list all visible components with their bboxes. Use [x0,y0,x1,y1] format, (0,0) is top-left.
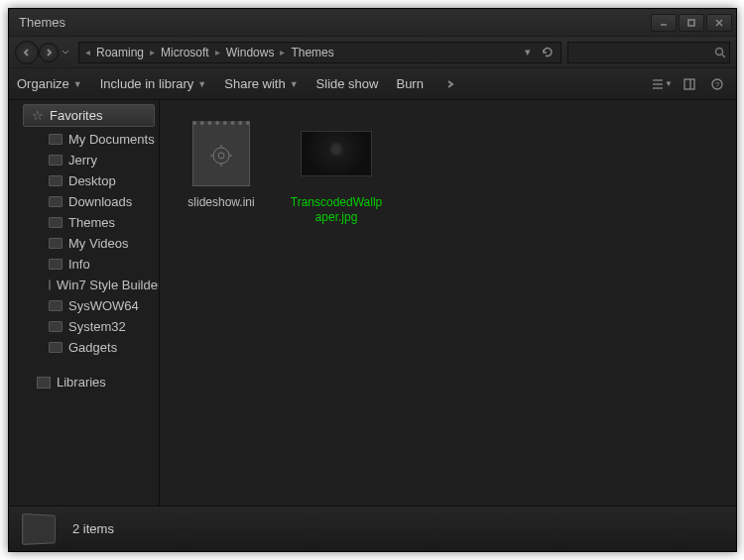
folder-icon [49,342,62,353]
include-library-menu[interactable]: Include in library▼ [100,76,207,91]
view-options-button[interactable]: ▼ [651,73,673,95]
navigation-bar: ◂ Roaming ▸ Microsoft ▸ Windows ▸ Themes… [9,37,736,68]
search-box[interactable] [567,42,730,63]
sidebar-item-my-videos[interactable]: My Videos [9,233,159,254]
folder-icon [49,134,62,145]
sidebar-item-downloads[interactable]: Downloads [9,191,159,212]
file-thumbnail [186,118,257,189]
chevron-right-icon: ▸ [148,47,157,57]
folder-icon [49,238,62,249]
chevron-down-icon: ▼ [665,79,673,88]
chevron-down-icon: ▼ [290,79,299,89]
burn-button[interactable]: Burn [396,76,423,91]
folder-icon [49,155,62,166]
nav-history [15,41,72,64]
folder-icon [49,280,51,290]
explorer-window: Themes ◂ Roaming ▸ Microsoft ▸ Windows ▸… [8,8,737,552]
window-title: Themes [19,15,651,30]
file-label: TranscodedWallpaper.jpg [289,195,384,225]
breadcrumb-item[interactable]: Windows [222,46,279,59]
more-commands[interactable] [441,79,459,89]
file-item[interactable]: slideshow.ini [170,114,273,214]
items-view[interactable]: slideshow.ini TranscodedWallpaper.jpg [160,100,736,505]
chevron-right-icon: ▸ [278,47,287,57]
file-label: slideshow.ini [187,195,254,210]
maximize-button[interactable] [679,14,704,32]
folder-icon [49,217,62,228]
preview-pane-button[interactable] [679,73,700,95]
sidebar-item-syswow64[interactable]: SysWOW64 [9,295,159,316]
navigation-pane: ☆ Favorites My Documents Jerry Desktop D… [9,100,160,505]
svg-point-13 [213,148,229,164]
sidebar-item-win7-style-builder[interactable]: Win7 Style Builder [9,275,159,295]
forward-button[interactable] [39,43,59,62]
explorer-body: ☆ Favorites My Documents Jerry Desktop D… [9,100,736,505]
svg-point-4 [715,48,722,55]
folder-icon [22,513,56,545]
folder-icon [49,175,62,186]
folder-icon [49,196,62,207]
search-icon [714,47,725,58]
file-item[interactable]: TranscodedWallpaper.jpg [285,114,388,229]
svg-rect-9 [684,79,694,89]
organize-menu[interactable]: Organize▼ [17,76,82,91]
slideshow-button[interactable]: Slide show [316,76,379,91]
share-with-menu[interactable]: Share with▼ [224,76,298,91]
address-dropdown[interactable]: ▾ [519,44,537,61]
help-button[interactable]: ? [706,73,728,95]
file-thumbnail [301,118,372,189]
favorites-section[interactable]: ☆ Favorites [23,104,155,127]
refresh-button[interactable] [539,44,557,61]
libraries-section[interactable]: Libraries [9,372,159,392]
sidebar-item-system32[interactable]: System32 [9,316,159,337]
titlebar: Themes [9,9,736,37]
command-bar: Organize▼ Include in library▼ Share with… [9,68,736,100]
sidebar-item-jerry[interactable]: Jerry [9,150,159,170]
chevron-right-icon: ◂ [83,47,92,57]
address-bar[interactable]: ◂ Roaming ▸ Microsoft ▸ Windows ▸ Themes… [78,42,561,63]
close-button[interactable] [706,14,732,32]
sidebar-item-info[interactable]: Info [9,254,159,275]
folder-icon [49,321,62,332]
chevron-down-icon: ▼ [73,79,82,89]
breadcrumb-item[interactable]: Microsoft [157,46,213,59]
search-input[interactable] [572,46,714,59]
details-pane: 2 items [9,505,736,551]
chevron-down-icon: ▼ [197,79,206,89]
library-icon [37,377,51,389]
minimize-button[interactable] [651,14,677,32]
ini-file-icon [192,121,250,186]
breadcrumb-item[interactable]: Roaming [92,46,148,59]
back-button[interactable] [15,41,39,64]
svg-point-14 [218,153,224,159]
sidebar-item-gadgets[interactable]: Gadgets [9,337,159,358]
history-dropdown[interactable] [59,42,72,63]
window-controls [651,14,732,32]
chevron-right-icon: ▸ [213,47,222,57]
svg-text:?: ? [715,80,720,89]
item-count: 2 items [72,521,114,536]
sidebar-item-my-documents[interactable]: My Documents [9,129,159,150]
svg-line-5 [722,55,725,57]
sidebar-item-desktop[interactable]: Desktop [9,170,159,191]
svg-rect-1 [688,20,694,26]
star-icon: ☆ [32,108,44,123]
sidebar-item-themes[interactable]: Themes [9,212,159,233]
folder-icon [49,259,62,270]
folder-icon [49,300,62,311]
breadcrumb-item[interactable]: Themes [287,46,337,59]
image-thumbnail [301,131,372,176]
